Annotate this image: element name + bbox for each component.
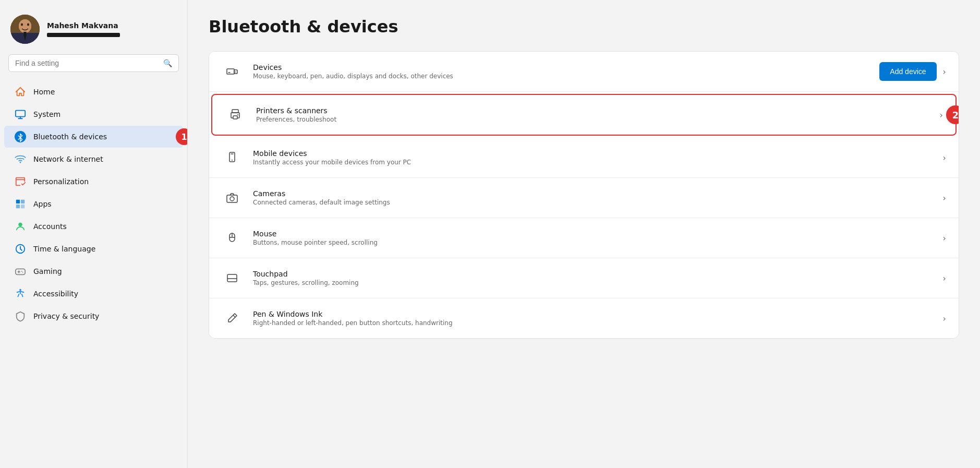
sidebar-item-gaming[interactable]: Gaming [4,260,183,282]
sidebar-item-network[interactable]: Network & internet [4,148,183,170]
svg-rect-26 [233,116,237,119]
sidebar-item-apps[interactable]: Apps [4,193,183,215]
item-actions: › [943,193,946,203]
item-actions: › [943,273,946,283]
item-text-group: DevicesMouse, keyboard, pen, audio, disp… [253,63,869,80]
item-title: Touchpad [253,270,933,278]
search-input[interactable] [15,59,159,67]
svg-rect-15 [21,205,25,208]
chevron-right-icon: › [943,233,946,243]
page-title: Bluetooth & devices [209,17,959,37]
settings-item-cameras[interactable]: CamerasConnected cameras, default image … [209,178,959,218]
item-actions: Add device› [879,62,946,81]
accounts-icon [15,221,26,232]
settings-item-mouse[interactable]: MouseButtons, mouse pointer speed, scrol… [209,218,959,258]
mobile-icon [222,147,243,168]
svg-rect-33 [227,274,237,282]
nav-item-wrapper: Privacy & security [0,305,187,327]
sidebar-item-privacy[interactable]: Privacy & security [4,305,183,327]
item-text-group: MouseButtons, mouse pointer speed, scrol… [253,230,933,246]
nav-item-wrapper: Apps [0,193,187,215]
search-box[interactable]: 🔍 [8,54,179,72]
item-desc: Right-handed or left-handed, pen button … [253,319,933,327]
sidebar-item-label: Apps [33,200,52,208]
add-device-button[interactable]: Add device [879,62,936,81]
nav-item-wrapper: Bluetooth & devices1 [0,126,187,148]
camera-icon [222,187,243,208]
sidebar: Mahesh Makvana 🔍 HomeSystemBluetooth & d… [0,0,188,468]
settings-item-printers[interactable]: Printers & scannersPreferences, troubles… [211,94,957,136]
main-content: Bluetooth & devices DevicesMouse, keyboa… [188,0,980,468]
sidebar-item-accounts[interactable]: Accounts [4,215,183,237]
settings-item-devices[interactable]: DevicesMouse, keyboard, pen, audio, disp… [209,52,959,92]
svg-point-3 [19,19,31,33]
sidebar-item-label: System [33,110,61,118]
settings-item-pen[interactable]: Pen & Windows InkRight-handed or left-ha… [209,298,959,338]
item-desc: Buttons, mouse pointer speed, scrolling [253,239,933,246]
svg-rect-12 [16,200,20,203]
chevron-right-icon: › [943,67,946,77]
user-name: Mahesh Makvana [47,21,120,30]
sidebar-item-home[interactable]: Home [4,81,183,103]
svg-rect-24 [232,110,238,113]
svg-point-27 [237,114,238,115]
item-text-group: CamerasConnected cameras, default image … [253,189,933,206]
user-profile: Mahesh Makvana [0,8,187,54]
settings-item-touchpad[interactable]: TouchpadTaps, gestures, scrolling, zoomi… [209,258,959,298]
pen-icon [222,308,243,329]
chevron-right-icon: › [940,110,943,120]
sidebar-item-label: Accounts [33,222,67,231]
nav-item-wrapper: Home [0,81,187,103]
sidebar-item-label: Accessibility [33,290,78,298]
search-icon: 🔍 [163,59,172,67]
sidebar-item-time[interactable]: Time & language [4,238,183,260]
user-info: Mahesh Makvana [47,21,120,37]
sidebar-item-personalization[interactable]: Personalization [4,171,183,193]
personalization-icon [15,176,26,187]
item-title: Mobile devices [253,149,933,158]
avatar-image [10,15,40,44]
time-icon [15,243,26,255]
item-title: Printers & scanners [256,106,929,115]
network-icon [15,153,26,165]
sidebar-item-label: Gaming [33,267,62,275]
nav-item-wrapper: Network & internet [0,148,187,170]
item-desc: Instantly access your mobile devices fro… [253,159,933,166]
item-actions: › [940,110,943,120]
item-desc: Mouse, keyboard, pen, audio, displays an… [253,73,869,80]
bluetooth-icon [15,131,26,142]
sidebar-item-system[interactable]: System [4,103,183,125]
svg-point-19 [21,271,22,272]
settings-item-mobile[interactable]: Mobile devicesInstantly access your mobi… [209,138,959,178]
chevron-right-icon: › [943,314,946,323]
touchpad-icon [222,268,243,289]
accessibility-icon [15,288,26,299]
svg-point-16 [18,223,22,226]
nav-item-wrapper: Accessibility [0,283,187,305]
svg-point-11 [20,162,21,163]
annotation-badge-2: 2 [946,105,959,124]
sidebar-item-label: Network & internet [33,155,103,163]
svg-rect-22 [227,69,234,74]
sidebar-item-bluetooth[interactable]: Bluetooth & devices [4,126,183,148]
item-actions: › [943,153,946,163]
sidebar-item-label: Personalization [33,177,89,186]
system-icon [15,109,26,120]
nav-item-wrapper: Personalization [0,171,187,193]
item-desc: Preferences, troubleshoot [256,116,929,123]
svg-point-21 [19,289,21,291]
svg-point-4 [21,23,23,26]
nav-item-wrapper: Gaming [0,260,187,282]
devices-icon [222,61,243,82]
item-title: Pen & Windows Ink [253,310,933,318]
svg-rect-13 [21,200,25,203]
nav-list: HomeSystemBluetooth & devices1Network & … [0,80,187,328]
chevron-right-icon: › [943,153,946,163]
avatar [10,15,40,44]
sidebar-item-accessibility[interactable]: Accessibility [4,283,183,305]
item-text-group: Pen & Windows InkRight-handed or left-ha… [253,310,933,327]
svg-point-31 [230,197,234,201]
home-icon [15,86,26,98]
item-text-group: Mobile devicesInstantly access your mobi… [253,149,933,166]
mouse-icon [222,227,243,248]
